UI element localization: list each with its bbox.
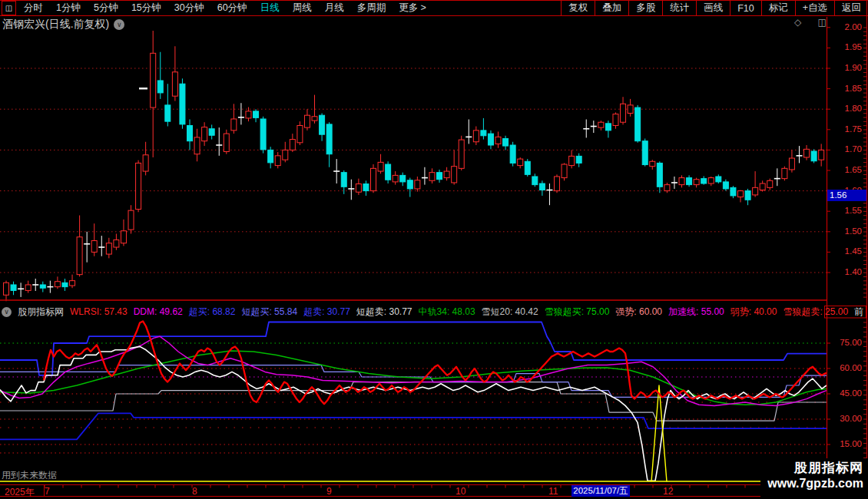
stock-app-window: ◫ 分时1分钟5分钟15分钟30分钟60分钟日线周线月线多周期更多 > 复权叠加… [0, 0, 868, 499]
price-axis-label: 1.45 [828, 246, 862, 256]
candle-body [679, 178, 684, 185]
candle-body [70, 281, 75, 286]
candle-body [760, 183, 765, 190]
candle-body [91, 241, 97, 253]
candle-body [371, 168, 376, 190]
candle-body [386, 164, 391, 180]
candlestick-and-indicator-chart[interactable] [0, 0, 868, 499]
candle-body [767, 180, 773, 187]
chart-corner-icons[interactable]: ◇ ◫ [794, 17, 833, 28]
axis-year-label: 2025年 [5, 486, 35, 499]
candle-body [731, 187, 736, 196]
candle-body [202, 127, 207, 141]
indicator-label-5: 超卖: 30.77 [303, 306, 350, 318]
indicator-label-12: 弱势: 40.00 [731, 306, 777, 318]
candle-body [628, 105, 633, 114]
short-overbought-line [0, 365, 827, 398]
candle-body [694, 180, 699, 185]
chevron-down-icon[interactable]: ∨ [2, 307, 12, 317]
current-price-badge: 1.56 [827, 190, 866, 201]
candle-body [664, 185, 670, 191]
candle-body [312, 117, 317, 121]
indicator-label-14: 前 [854, 306, 863, 318]
candle-body [613, 114, 618, 126]
candle-body [121, 231, 126, 243]
candle-body [576, 156, 581, 163]
indicator-axis-label: 15.00 [828, 439, 862, 448]
candle-body [341, 173, 346, 187]
indicator-label-2: DDM: 49.62 [134, 306, 183, 317]
candle-body [290, 140, 295, 150]
candle-body [224, 134, 229, 151]
candle-body [539, 183, 545, 190]
watermark-url: www.7gpzb.com [767, 477, 863, 491]
indicator-source-label: 股朋指标网 [18, 306, 64, 318]
axis-month-label: 8 [192, 486, 197, 497]
candle-body [495, 137, 501, 144]
price-axis-label: 1.55 [828, 206, 862, 215]
oversold-line [0, 413, 827, 439]
candle-body [268, 150, 273, 162]
candle-body [194, 137, 200, 154]
candle-body [393, 175, 398, 182]
candle-body [708, 178, 714, 183]
indicator-label-1: WLRSI: 57.43 [70, 306, 128, 317]
indicator-axis-label: 45.00 [828, 388, 862, 398]
candle-body [657, 163, 662, 187]
candle-body [356, 184, 361, 193]
candle-body [605, 124, 611, 131]
candle-body [452, 167, 457, 183]
candle-body [4, 283, 9, 295]
indicator-label-4: 短超买: 55.84 [241, 306, 297, 318]
candle-body [723, 182, 728, 189]
indicator-axis-label: 75.00 [828, 338, 862, 347]
candle-body [745, 191, 750, 200]
price-axis-label: 1.75 [828, 124, 862, 134]
indicator-label-9: 雪狼超买: 75.00 [545, 306, 610, 318]
candle-body [253, 111, 259, 118]
candle-body [172, 72, 177, 96]
indicator-axis-label: 60.00 [828, 363, 862, 372]
price-axis-label: 1.70 [828, 144, 862, 154]
chevron-down-icon[interactable]: ∨ [114, 19, 124, 30]
candle-body [562, 164, 567, 178]
short-oversold-line [0, 382, 827, 421]
candle-body [811, 151, 817, 161]
candle-body [106, 243, 111, 254]
price-axis-label: 1.65 [828, 165, 862, 174]
candle-body [136, 163, 141, 209]
candle-body [400, 175, 406, 182]
candle-body [320, 115, 325, 134]
price-axis-label: 1.95 [828, 42, 862, 51]
candle-body [378, 162, 383, 171]
candle-body [11, 285, 16, 290]
candle-body [687, 178, 692, 185]
axis-month-label: 9 [326, 486, 332, 497]
candle-body [701, 179, 707, 183]
candle-body [407, 180, 412, 189]
candle-body [143, 155, 148, 171]
candle-body [518, 159, 523, 166]
axis-month-label: 11 [548, 486, 558, 497]
indicator-label-13: 雪狼超卖: 25.00 [783, 306, 848, 318]
candle-body [429, 173, 435, 181]
price-axis-label: 1.90 [828, 63, 862, 72]
signal-spike [651, 385, 667, 481]
indicator-label-10: 强势: 60.00 [615, 306, 662, 318]
price-marker-dash [139, 88, 147, 89]
indicator-label-8: 雪短20: 40.42 [482, 306, 538, 318]
price-axis-label: 1.80 [828, 104, 862, 113]
candle-body [283, 150, 288, 160]
candle-body [738, 191, 744, 197]
watermark-site-name: 股朋指标网 [794, 459, 863, 477]
candle-body [716, 177, 721, 182]
candle-body [473, 131, 479, 142]
candle-body [459, 140, 464, 168]
candle-body [525, 161, 530, 174]
overbought-line [0, 322, 827, 375]
candle-body [650, 161, 655, 166]
candle-body [510, 145, 515, 163]
candle-body [488, 134, 493, 145]
candle-body [151, 53, 156, 107]
candle-body [246, 111, 251, 118]
